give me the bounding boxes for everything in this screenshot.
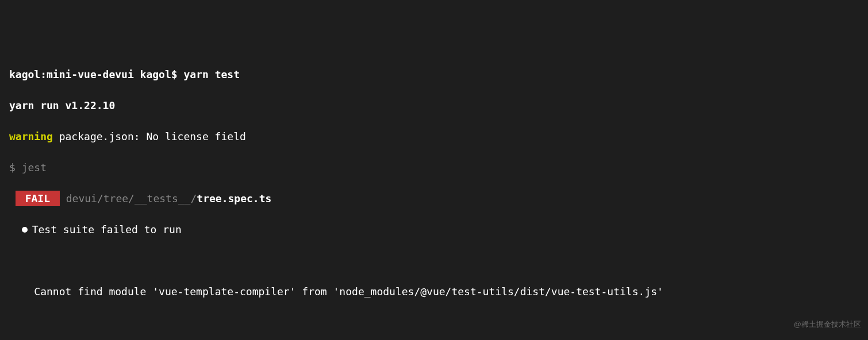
bullet-icon [22, 227, 28, 233]
yarn-run-line: yarn run v1.22.10 [9, 98, 859, 113]
suite-failed-msg: Test suite failed to run [32, 223, 182, 235]
jest-command: jest [22, 161, 47, 173]
fail-path-file: tree.spec.ts [197, 192, 271, 204]
fail-line: FAIL devui/tree/__tests__/tree.spec.ts [9, 191, 859, 206]
blank-line [9, 253, 859, 268]
prompt-line: kagol:mini-vue-devui kagol$ yarn test [9, 67, 859, 82]
fail-badge: FAIL [16, 191, 60, 206]
error-message: Cannot find module 'vue-template-compile… [34, 285, 663, 298]
jest-prompt: $ [9, 161, 22, 173]
prompt-host: kagol:mini-vue-devui [9, 68, 134, 80]
fail-path-dim: devui/tree/__tests__/ [60, 192, 197, 204]
suite-failed-line: Test suite failed to run [9, 222, 859, 237]
warning-label: warning [9, 130, 53, 142]
warning-line: warning package.json: No license field [9, 129, 859, 144]
prompt-symbol: $ [171, 68, 178, 80]
warning-message: package.json: No license field [53, 130, 246, 142]
prompt-user: kagol [140, 68, 171, 80]
blank-line [9, 315, 859, 330]
command-text: yarn test [183, 68, 240, 80]
jest-line: $ jest [9, 160, 859, 175]
error-msg-line: Cannot find module 'vue-template-compile… [9, 284, 859, 299]
watermark-text: @稀土掘金技术社区 [794, 319, 861, 330]
